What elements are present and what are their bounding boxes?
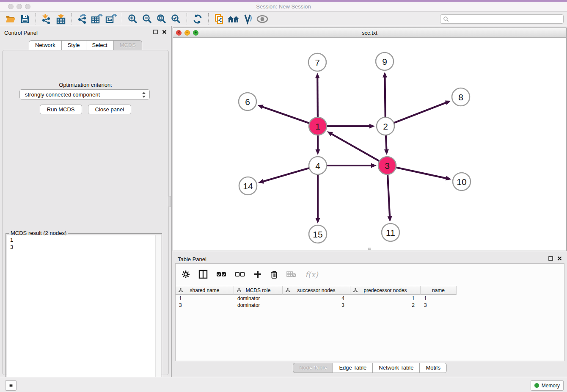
close-panel-button[interactable]: Close panel xyxy=(88,105,132,114)
import-table-icon[interactable] xyxy=(54,13,68,25)
close-icon[interactable] xyxy=(557,256,562,261)
mcds-result-text[interactable]: 1 3 xyxy=(7,235,161,392)
save-icon[interactable] xyxy=(18,13,32,25)
tab-select[interactable]: Select xyxy=(86,40,113,50)
table-header-row: shared nameMCDS rolesuccessor nodesprede… xyxy=(176,286,457,295)
network-canvas[interactable]: 7968124314101511 xyxy=(173,38,566,251)
cell-name[interactable]: 1 xyxy=(421,295,457,302)
search-input[interactable] xyxy=(449,16,561,22)
graph-edge-arrowhead xyxy=(258,179,264,184)
export-image-icon[interactable] xyxy=(104,13,118,25)
scrollbar[interactable] xyxy=(155,235,161,392)
column-header-MCDS-role[interactable]: MCDS role xyxy=(234,286,283,295)
hierarchy-icon xyxy=(237,288,241,293)
column-header-successor-nodes[interactable]: successor nodes xyxy=(283,286,350,295)
delete-table-icon[interactable] xyxy=(286,271,297,278)
cell-predecessor-nodes[interactable]: 1 xyxy=(350,295,421,302)
zoom-selected-icon[interactable] xyxy=(169,13,183,25)
graph-node-label-10: 10 xyxy=(457,177,466,187)
refresh-layout-icon[interactable] xyxy=(190,13,205,25)
column-header-predecessor-nodes[interactable]: predecessor nodes xyxy=(350,286,421,295)
zoom-out-icon[interactable] xyxy=(140,13,154,25)
graph-edge-arrowhead xyxy=(315,73,320,78)
tab-node-table[interactable]: Node Table xyxy=(293,363,333,373)
float-window-icon[interactable] xyxy=(548,256,553,261)
graph-node-label-7: 7 xyxy=(315,58,320,67)
toolbar-separator xyxy=(36,13,36,25)
zoom-fit-icon[interactable] xyxy=(154,13,169,25)
cell-successor-nodes[interactable]: 4 xyxy=(283,295,350,302)
eye-icon[interactable] xyxy=(255,13,270,25)
cell-MCDS-role[interactable]: dominator xyxy=(234,302,283,309)
node-table-container: f(x) shared nameMCDS rolesuccessor nodes… xyxy=(175,263,564,361)
tab-style[interactable]: Style xyxy=(61,40,86,50)
graph-edge-2-8[interactable] xyxy=(385,102,446,126)
application-window: Session: New Session xyxy=(0,0,567,392)
task-history-button[interactable] xyxy=(5,380,17,391)
canvas-grip-handle[interactable] xyxy=(368,248,371,250)
cell-shared-name[interactable]: 3 xyxy=(176,302,234,309)
graph-edge-arrowhead xyxy=(316,149,320,155)
add-row-icon[interactable] xyxy=(253,270,262,279)
graph-node-label-2: 2 xyxy=(383,121,388,131)
graph-node-label-1: 1 xyxy=(315,121,320,131)
graph-node-label-15: 15 xyxy=(313,229,322,239)
close-icon[interactable] xyxy=(162,30,167,34)
clone-network-icon[interactable] xyxy=(212,13,226,25)
toolbar-separator xyxy=(122,13,122,25)
tab-mcds[interactable]: MCDS xyxy=(113,40,142,50)
app-title: Session: New Session xyxy=(0,3,567,10)
cell-name[interactable]: 3 xyxy=(421,302,457,309)
home-icon[interactable] xyxy=(226,13,241,25)
column-header-name[interactable]: name xyxy=(421,286,457,295)
column-header-label: predecessor nodes xyxy=(363,287,407,293)
tab-network[interactable]: Network xyxy=(29,40,61,50)
zoom-in-icon[interactable] xyxy=(126,13,140,25)
memory-button-label: Memory xyxy=(542,383,560,389)
float-window-icon[interactable] xyxy=(153,30,158,34)
tab-network-table[interactable]: Network Table xyxy=(372,363,419,373)
criterion-select[interactable]: strongly connected component xyxy=(19,89,150,99)
export-network-icon[interactable] xyxy=(75,13,90,25)
graph-edge-arrowhead xyxy=(388,216,392,222)
cell-successor-nodes[interactable]: 3 xyxy=(283,302,350,309)
cell-shared-name[interactable]: 1 xyxy=(176,295,234,302)
toolbar-separator xyxy=(208,13,209,25)
panel-splitter[interactable] xyxy=(171,26,172,377)
column-header-shared-name[interactable]: shared name xyxy=(176,286,234,295)
function-builder-icon[interactable]: f(x) xyxy=(305,270,318,279)
network-window-title: scc.txt xyxy=(173,30,566,36)
cell-MCDS-role[interactable]: dominator xyxy=(234,295,283,302)
export-table-icon[interactable] xyxy=(90,13,104,25)
memory-button[interactable]: Memory xyxy=(531,380,564,391)
vizmapper-icon[interactable] xyxy=(241,13,255,25)
control-panel-title: Control Panel xyxy=(4,30,38,36)
graph-node-label-14: 14 xyxy=(243,181,253,191)
cell-predecessor-nodes[interactable]: 2 xyxy=(350,302,421,309)
column-header-label: shared name xyxy=(190,287,219,293)
table-row[interactable]: 1dominator411 xyxy=(176,295,457,302)
columns-icon[interactable] xyxy=(198,270,208,279)
network-graph: 7968124314101511 xyxy=(173,38,566,251)
graph-edge-arrowhead xyxy=(384,149,389,155)
table-panel-title: Table Panel xyxy=(178,256,206,262)
table-toolbar: f(x) xyxy=(182,268,318,281)
hierarchy-icon xyxy=(353,288,358,293)
run-mcds-button[interactable]: Run MCDS xyxy=(40,105,82,114)
trash-icon[interactable] xyxy=(270,270,278,279)
settings-gear-icon[interactable] xyxy=(182,270,190,279)
network-window-titlebar[interactable]: ✕ − + scc.txt xyxy=(173,28,566,38)
open-folder-icon[interactable] xyxy=(3,13,18,25)
import-network-icon[interactable] xyxy=(39,13,54,25)
select-all-icon[interactable] xyxy=(216,271,226,277)
tab-edge-table[interactable]: Edge Table xyxy=(333,363,372,373)
search-field[interactable] xyxy=(440,14,564,24)
deselect-all-icon[interactable] xyxy=(235,271,245,277)
criterion-value: strongly connected component xyxy=(25,91,100,98)
tab-motifs[interactable]: Motifs xyxy=(419,363,447,373)
table-row[interactable]: 3dominator323 xyxy=(176,302,457,309)
column-header-label: successor nodes xyxy=(297,287,335,293)
mcds-result-group: MCDS result (2 nodes) 1 3 xyxy=(6,233,162,392)
splitter-handle[interactable] xyxy=(168,196,171,207)
graph-edge-3-1[interactable] xyxy=(331,134,387,166)
